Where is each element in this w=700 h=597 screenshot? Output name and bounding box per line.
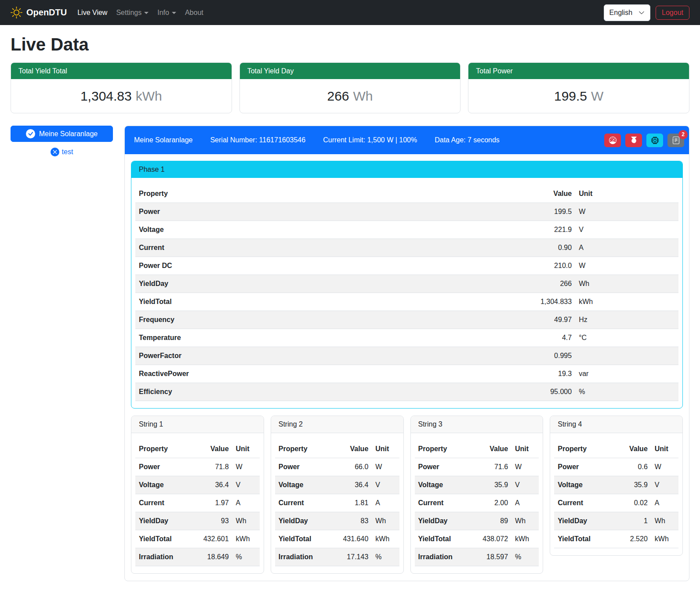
property-cell: ReactivePower: [135, 365, 439, 383]
value-cell: 17.143: [331, 548, 372, 566]
property-cell: PowerFactor: [135, 347, 439, 365]
string-table: PropertyValueUnitPower0.6WVoltage35.9VCu…: [554, 440, 678, 548]
table-row: Temperature4.7°C: [135, 329, 678, 347]
event-count-badge: 2: [678, 130, 688, 139]
property-cell: YieldDay: [135, 275, 439, 293]
nav-item-settings[interactable]: Settings: [112, 5, 153, 20]
value-cell: 49.97: [439, 311, 575, 329]
value-cell: 35.9: [471, 476, 511, 494]
value-cell: 18.649: [191, 548, 232, 566]
language-select[interactable]: English: [604, 4, 650, 21]
summary-value: 1,304.83: [80, 89, 132, 103]
value-cell: 89: [471, 512, 511, 530]
table-row: Irradiation18.649%: [135, 548, 260, 566]
table-row: YieldTotal2.520kWh: [554, 530, 678, 548]
logout-button[interactable]: Logout: [656, 6, 689, 20]
speedometer-icon: [609, 137, 617, 144]
property-cell: Power: [415, 458, 471, 476]
table-row: Power DC210.0W: [135, 257, 678, 275]
unit-cell: Hz: [575, 311, 678, 329]
power-settings-button[interactable]: [625, 134, 642, 147]
unit-cell: W: [651, 458, 678, 476]
table-header-row: PropertyValueUnit: [554, 440, 678, 458]
test-link-label: test: [62, 148, 73, 156]
property-cell: Power: [554, 458, 610, 476]
value-cell: 199.5: [439, 203, 575, 221]
unit-cell: %: [372, 548, 399, 566]
value-cell: 210.0: [439, 257, 575, 275]
table-row: YieldDay93Wh: [135, 512, 260, 530]
inverter-limit: Current Limit: 1,500 W | 100%: [323, 136, 417, 144]
navbar: OpenDTU Live ViewSettingsInfoAbout Engli…: [0, 0, 700, 25]
inverter-card: Meine Solaranlage Serial Number: 1161716…: [124, 126, 689, 581]
unit-cell: [575, 347, 678, 365]
inverter-select-label: Meine Solaranlage: [39, 130, 98, 138]
string-card-4: String 4PropertyValueUnitPower0.6WVoltag…: [550, 416, 683, 556]
property-cell: YieldDay: [554, 512, 610, 530]
unit-cell: A: [651, 494, 678, 512]
nav-item-about[interactable]: About: [181, 5, 208, 20]
table-row: Power66.0W: [275, 458, 399, 476]
unit-cell: kWh: [511, 530, 539, 548]
unit-cell: Wh: [575, 275, 678, 293]
property-cell: Current: [135, 494, 191, 512]
table-row: Current0.90A: [135, 239, 678, 257]
property-cell: YieldTotal: [275, 530, 331, 548]
value-cell: 1.97: [191, 494, 232, 512]
property-cell: Temperature: [135, 329, 439, 347]
table-row: YieldDay83Wh: [275, 512, 399, 530]
sidebar-item-test[interactable]: test: [11, 148, 113, 156]
property-cell: Irradiation: [415, 548, 471, 566]
inverter-actions: 2: [604, 134, 684, 147]
summary-card-value-row: 266Wh: [240, 79, 461, 113]
property-cell: Current: [415, 494, 471, 512]
inverter-name: Meine Solaranlage: [134, 136, 192, 144]
summary-card-2: Total Power199.5W: [468, 62, 689, 113]
unit-cell: kWh: [651, 530, 678, 548]
table-row: Current0.02A: [554, 494, 678, 512]
brand[interactable]: OpenDTU: [11, 7, 67, 18]
property-cell: Power: [135, 458, 191, 476]
unit-cell: kWh: [372, 530, 399, 548]
strings-row: String 1PropertyValueUnitPower71.8WVolta…: [131, 416, 683, 574]
table-row: YieldDay1Wh: [554, 512, 678, 530]
nav-item-label: Live View: [77, 9, 107, 17]
caret-down-icon: [144, 12, 149, 14]
summary-unit: Wh: [353, 89, 373, 103]
device-info-button[interactable]: [646, 134, 663, 147]
col-property: Property: [415, 440, 471, 458]
property-cell: Power: [275, 458, 331, 476]
table-row: Current2.00A: [415, 494, 539, 512]
unit-cell: A: [232, 494, 260, 512]
property-cell: Frequency: [135, 311, 439, 329]
unit-cell: A: [511, 494, 539, 512]
col-property: Property: [554, 440, 610, 458]
unit-cell: W: [511, 458, 539, 476]
page-title: Live Data: [11, 34, 689, 55]
inverter-select-button[interactable]: Meine Solaranlage: [11, 126, 113, 142]
nav-item-live-view[interactable]: Live View: [73, 5, 112, 20]
unit-cell: V: [651, 476, 678, 494]
summary-card-0: Total Yield Total1,304.83kWh: [11, 62, 232, 113]
property-cell: Efficiency: [135, 383, 439, 401]
unit-cell: A: [372, 494, 399, 512]
value-cell: 0.995: [439, 347, 575, 365]
table-header-row: Property Value Unit: [135, 185, 678, 203]
unit-cell: W: [372, 458, 399, 476]
table-row: Voltage36.4V: [275, 476, 399, 494]
value-cell: 438.072: [471, 530, 511, 548]
caret-down-icon: [172, 12, 176, 14]
string-title: String 4: [550, 416, 682, 433]
col-property: Property: [135, 440, 191, 458]
chevron-down-icon: [638, 10, 645, 16]
property-cell: YieldTotal: [135, 293, 439, 311]
limit-settings-button[interactable]: [604, 134, 621, 147]
nav-item-info[interactable]: Info: [153, 5, 181, 20]
unit-cell: °C: [575, 329, 678, 347]
value-cell: 432.601: [191, 530, 232, 548]
phase-card: Phase 1 Property Value Unit Power199.5WV…: [131, 161, 683, 409]
property-cell: Voltage: [275, 476, 331, 494]
table-row: Voltage35.9V: [554, 476, 678, 494]
value-cell: 95.000: [439, 383, 575, 401]
summary-value: 199.5: [554, 89, 587, 103]
